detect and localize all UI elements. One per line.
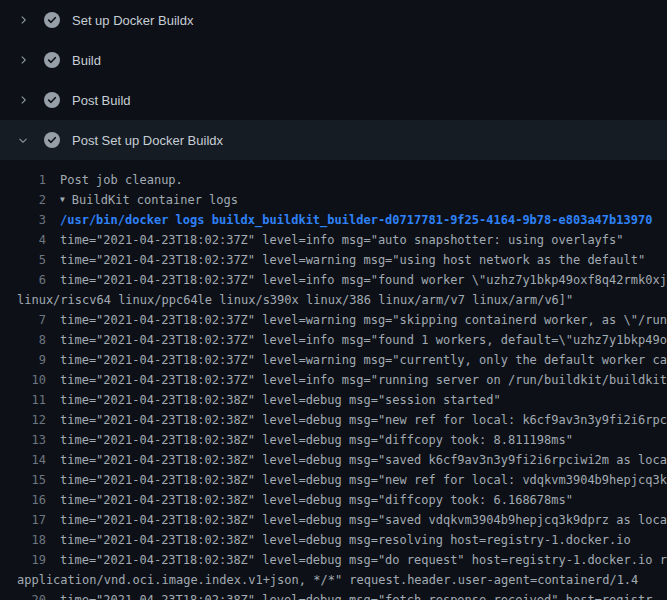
log-line-number[interactable]: 9 (0, 350, 60, 370)
log-line-number[interactable]: 11 (0, 390, 60, 410)
log-line: 14 time="2021-04-23T18:02:38Z" level=deb… (0, 450, 667, 470)
log-line-text: time="2021-04-23T18:02:37Z" level=info m… (60, 330, 667, 350)
log-line-number[interactable]: 19 (0, 550, 60, 570)
log-line-text: time="2021-04-23T18:02:37Z" level=warnin… (60, 250, 667, 270)
log-line-number[interactable]: 16 (0, 490, 60, 510)
log-group-caret-icon[interactable]: ▼ (60, 190, 65, 210)
log-line-number[interactable]: 15 (0, 470, 60, 490)
log-line-text: time="2021-04-23T18:02:37Z" level=warnin… (60, 350, 667, 370)
log-line-text: application/vnd.oci.image.index.v1+json,… (0, 570, 667, 590)
log-line-text: time="2021-04-23T18:02:38Z" level=debug … (60, 490, 667, 510)
log-line-text: time="2021-04-23T18:02:38Z" level=debug … (60, 590, 667, 600)
log-line-number[interactable]: 5 (0, 250, 60, 270)
log-line: 18 time="2021-04-23T18:02:38Z" level=deb… (0, 530, 667, 550)
log-line-text: time="2021-04-23T18:02:37Z" level=warnin… (60, 310, 667, 330)
log-line: 3 /usr/bin/docker logs buildx_buildkit_b… (0, 210, 667, 230)
log-line-number[interactable]: 6 (0, 270, 60, 290)
log-line-text: time="2021-04-23T18:02:38Z" level=debug … (60, 530, 667, 550)
log-line: 11 time="2021-04-23T18:02:38Z" level=deb… (0, 390, 667, 410)
log-line-text: time="2021-04-23T18:02:38Z" level=debug … (60, 390, 667, 410)
log-line-number[interactable]: 20 (0, 590, 60, 600)
log-line-number[interactable]: 2 (0, 190, 60, 210)
check-circle-icon (44, 12, 60, 28)
log-line-number[interactable]: 18 (0, 530, 60, 550)
log-line-text: time="2021-04-23T18:02:38Z" level=debug … (60, 470, 667, 490)
log-line-text: /usr/bin/docker logs buildx_buildkit_bui… (60, 210, 667, 230)
log-line-text: time="2021-04-23T18:02:37Z" level=info m… (60, 370, 667, 390)
log-line-text: time="2021-04-23T18:02:37Z" level=info m… (60, 230, 667, 250)
log-line-number[interactable]: 4 (0, 230, 60, 250)
log-line-number[interactable]: 7 (0, 310, 60, 330)
log-line-number[interactable]: 17 (0, 510, 60, 530)
log-line-text: time="2021-04-23T18:02:38Z" level=debug … (60, 550, 667, 570)
step-header[interactable]: Set up Docker Buildx (0, 0, 667, 40)
chevron-down-icon[interactable] (16, 134, 30, 146)
log-line: 16 time="2021-04-23T18:02:38Z" level=deb… (0, 490, 667, 510)
log-line: 20 time="2021-04-23T18:02:38Z" level=deb… (0, 590, 667, 600)
log-line: 6 time="2021-04-23T18:02:37Z" level=info… (0, 270, 667, 290)
step-title: Post Set up Docker Buildx (72, 133, 223, 148)
step-header[interactable]: Post Set up Docker Buildx (0, 120, 667, 160)
step-header[interactable]: Build (0, 40, 667, 80)
chevron-right-icon[interactable] (16, 14, 30, 26)
actions-log-viewer: Set up Docker Buildx Build Post Build Po… (0, 0, 667, 600)
chevron-right-icon[interactable] (16, 54, 30, 66)
check-circle-icon (44, 52, 60, 68)
log-line: 10 time="2021-04-23T18:02:37Z" level=inf… (0, 370, 667, 390)
log-line: 15 time="2021-04-23T18:02:38Z" level=deb… (0, 470, 667, 490)
log-line-text: time="2021-04-23T18:02:38Z" level=debug … (60, 510, 667, 530)
step-list: Set up Docker Buildx Build Post Build Po… (0, 0, 667, 160)
log-line-text: time="2021-04-23T18:02:38Z" level=debug … (60, 410, 667, 430)
log-line: 1 Post job cleanup. (0, 170, 667, 190)
log-line-text: Post job cleanup. (60, 170, 667, 190)
log-line: 13 time="2021-04-23T18:02:38Z" level=deb… (0, 430, 667, 450)
log-line-text: time="2021-04-23T18:02:37Z" level=info m… (60, 270, 667, 290)
log-line-text: time="2021-04-23T18:02:38Z" level=debug … (60, 430, 667, 450)
check-circle-icon (44, 132, 60, 148)
log-line: linux/riscv64 linux/ppc64le linux/s390x … (0, 290, 667, 310)
log-line-number[interactable]: 13 (0, 430, 60, 450)
check-circle-icon (44, 92, 60, 108)
log-line: 17 time="2021-04-23T18:02:38Z" level=deb… (0, 510, 667, 530)
log-output: 1 Post job cleanup. 2 ▼BuildKit containe… (0, 160, 667, 600)
log-line-text: ▼BuildKit container logs (60, 190, 667, 210)
log-line-text: linux/riscv64 linux/ppc64le linux/s390x … (0, 290, 667, 310)
log-line: 5 time="2021-04-23T18:02:37Z" level=warn… (0, 250, 667, 270)
chevron-right-icon[interactable] (16, 94, 30, 106)
log-line: application/vnd.oci.image.index.v1+json,… (0, 570, 667, 590)
log-line-number[interactable]: 1 (0, 170, 60, 190)
log-line-number[interactable]: 10 (0, 370, 60, 390)
log-line-number[interactable]: 8 (0, 330, 60, 350)
log-line-text: time="2021-04-23T18:02:38Z" level=debug … (60, 450, 667, 470)
log-line: 7 time="2021-04-23T18:02:37Z" level=warn… (0, 310, 667, 330)
log-line: 12 time="2021-04-23T18:02:38Z" level=deb… (0, 410, 667, 430)
log-line: 19 time="2021-04-23T18:02:38Z" level=deb… (0, 550, 667, 570)
step-title: Post Build (72, 93, 131, 108)
log-line-number[interactable]: 12 (0, 410, 60, 430)
log-line: 8 time="2021-04-23T18:02:37Z" level=info… (0, 330, 667, 350)
log-line-number[interactable]: 14 (0, 450, 60, 470)
log-line: 4 time="2021-04-23T18:02:37Z" level=info… (0, 230, 667, 250)
step-title: Build (72, 53, 101, 68)
log-line: 2 ▼BuildKit container logs (0, 190, 667, 210)
step-header[interactable]: Post Build (0, 80, 667, 120)
log-line-number[interactable]: 3 (0, 210, 60, 230)
step-title: Set up Docker Buildx (72, 13, 193, 28)
log-line: 9 time="2021-04-23T18:02:37Z" level=warn… (0, 350, 667, 370)
